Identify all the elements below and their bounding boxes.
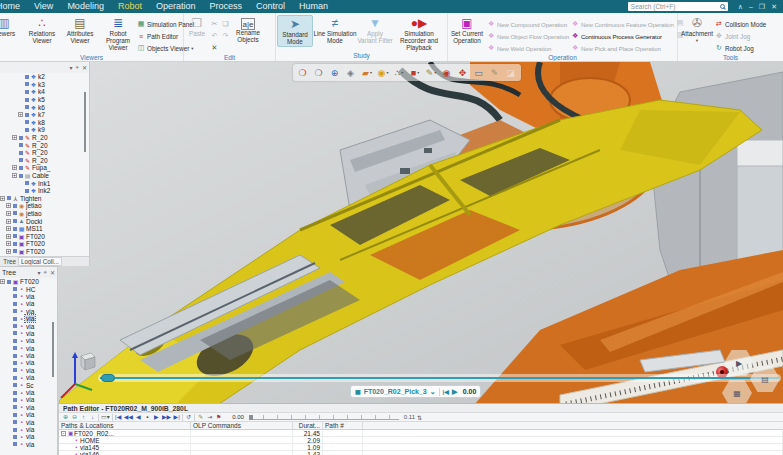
path-editor-slider[interactable] (249, 415, 399, 420)
row-expander[interactable] (67, 452, 72, 455)
tree-item[interactable]: + ▦ MS11 (0, 225, 89, 233)
visibility-box[interactable] (13, 361, 17, 365)
visibility-box[interactable] (13, 324, 17, 328)
menu-tab[interactable]: Modeling (60, 0, 111, 13)
tree-item[interactable]: ✎ R_20 (0, 157, 89, 165)
expander[interactable] (6, 294, 11, 299)
tree-item[interactable]: ▪ via (0, 426, 57, 433)
tree-item[interactable]: ▪ via (0, 352, 57, 359)
expander[interactable] (6, 301, 11, 306)
visibility-box[interactable] (13, 331, 17, 335)
close-button[interactable]: ✕ (771, 3, 777, 11)
expander[interactable]: + (6, 219, 11, 224)
path-editor-row[interactable]: ▪ HOME 2.09 (59, 437, 783, 444)
visibility-box[interactable] (13, 309, 17, 313)
tree-item[interactable]: ▪ via (0, 337, 57, 344)
visibility-box[interactable] (25, 75, 29, 79)
lamp-icon[interactable]: ◉ ▾ (375, 65, 391, 80)
relocate-icon[interactable]: ✥ (455, 65, 471, 80)
visibility-box[interactable] (25, 113, 29, 117)
menu-tab[interactable]: Human (292, 0, 335, 13)
menu-tab[interactable]: Process (202, 0, 249, 13)
expander[interactable] (18, 120, 23, 125)
row-expander[interactable] (67, 445, 72, 450)
cut-icon[interactable]: ✂ (212, 20, 218, 28)
expander[interactable] (18, 181, 23, 186)
tree-item[interactable]: ❖ k3 (0, 81, 89, 89)
column-paths-locations[interactable]: Paths & Locations (59, 422, 191, 429)
menu-tab[interactable]: Control (249, 0, 292, 13)
menu-tab[interactable]: Operation (149, 0, 203, 13)
visibility-box[interactable] (13, 302, 17, 306)
visibility-box[interactable] (13, 249, 17, 253)
tree-item[interactable]: ▪ via (0, 418, 57, 425)
rename-objects-button[interactable]: a|e Rename Objects (231, 15, 265, 44)
expander[interactable]: + (6, 234, 11, 239)
visibility-box[interactable] (13, 204, 17, 208)
operation-caret-icon[interactable]: ⌄ (430, 388, 436, 396)
paint-brush-icon[interactable]: ✎ (487, 65, 503, 80)
center-view-icon[interactable]: ⊕ (327, 65, 343, 80)
line-simulation-mode-button[interactable]: ≠ Line Simulation Mode (313, 15, 357, 45)
visibility-box[interactable] (19, 136, 23, 140)
visibility-box[interactable] (13, 435, 17, 439)
tree-item[interactable]: + ▲ Docki (0, 217, 89, 225)
tool-toggle[interactable]: ↻ Robot Jog (715, 42, 766, 54)
tool-toggle[interactable]: ⇄ Collision Mode (715, 18, 766, 30)
visibility-box[interactable] (19, 166, 23, 170)
expander[interactable] (6, 338, 11, 343)
operation-menu-item[interactable]: ❖ New Pick and Place Operation (571, 42, 674, 54)
tree-item[interactable]: + ▣ FT020 (0, 232, 89, 240)
expander[interactable]: + (12, 135, 17, 140)
visibility-box[interactable] (13, 420, 17, 424)
menu-tab[interactable]: View (27, 0, 60, 13)
tree-item[interactable]: ✎ R_20 (0, 149, 89, 157)
column-duration[interactable]: Durat... (293, 422, 323, 429)
hex-play-button[interactable]: ▶ (724, 350, 754, 376)
operation-list-icon[interactable]: ▦ (355, 388, 361, 395)
pin-icon[interactable]: ⌖ (44, 269, 47, 276)
tree-item[interactable]: ▪ via (0, 345, 57, 352)
expander[interactable]: + (18, 112, 23, 117)
expander[interactable] (6, 331, 11, 336)
menu-tab[interactable]: Home (0, 0, 27, 13)
tree-item[interactable]: ▪ via (0, 300, 57, 307)
tab-logical-collections[interactable]: Logical Coll... (18, 257, 62, 266)
path-editor-row[interactable]: ▪ via146 1.43 (59, 451, 783, 455)
close-panel-icon[interactable]: ✕ (50, 269, 55, 276)
paste-button[interactable]: ❒ Paste (185, 15, 209, 38)
tree-item[interactable]: ❖ k6 (0, 103, 89, 111)
tree-item[interactable]: ▪ via (0, 433, 57, 440)
delete-icon[interactable]: ✕ (212, 44, 218, 52)
tree-item[interactable]: ▪ via (0, 396, 57, 403)
current-operation-label[interactable]: FT020_R02_Pick_3 (364, 388, 427, 395)
expander[interactable] (6, 316, 11, 321)
hex-document-button[interactable]: ▤ (750, 366, 780, 392)
iso-view-icon[interactable]: ◈ (343, 65, 359, 80)
visibility-box[interactable] (13, 368, 17, 372)
path-editor-row[interactable]: ▪ via145 1.09 (59, 444, 783, 451)
expander[interactable] (6, 427, 11, 432)
tree-item[interactable]: + ◉ jetiao (0, 210, 89, 218)
tree-item[interactable]: ▪ via (0, 308, 57, 315)
visibility-box[interactable] (13, 383, 17, 387)
redo-icon[interactable]: ↷ (223, 32, 229, 40)
tree-item[interactable]: ▪ via (0, 322, 57, 329)
tree-item[interactable]: ❖ k9 (0, 126, 89, 134)
visibility-box[interactable] (25, 120, 29, 124)
panel-menu-icon[interactable]: ▾ (70, 64, 73, 71)
visibility-box[interactable] (7, 280, 11, 284)
expander[interactable] (6, 397, 11, 402)
visibility-box[interactable] (13, 287, 17, 291)
expander[interactable] (6, 346, 11, 351)
visibility-box[interactable] (13, 339, 17, 343)
simulation-recorder-button[interactable]: ●▶ Simulation Recorder and Playback (393, 15, 445, 51)
expander[interactable]: + (12, 173, 17, 178)
slider-handle[interactable] (101, 374, 115, 382)
play-button[interactable]: ▶ (452, 388, 457, 396)
tree-item[interactable]: + ✎ R_20 (0, 134, 89, 142)
attributes-viewer-button[interactable]: ▤ Attributes Viewer (61, 15, 99, 45)
visibility-box[interactable] (13, 376, 17, 380)
expander[interactable] (18, 105, 23, 110)
operation-menu-item[interactable]: ❖ New Object Flow Operation (487, 30, 569, 42)
